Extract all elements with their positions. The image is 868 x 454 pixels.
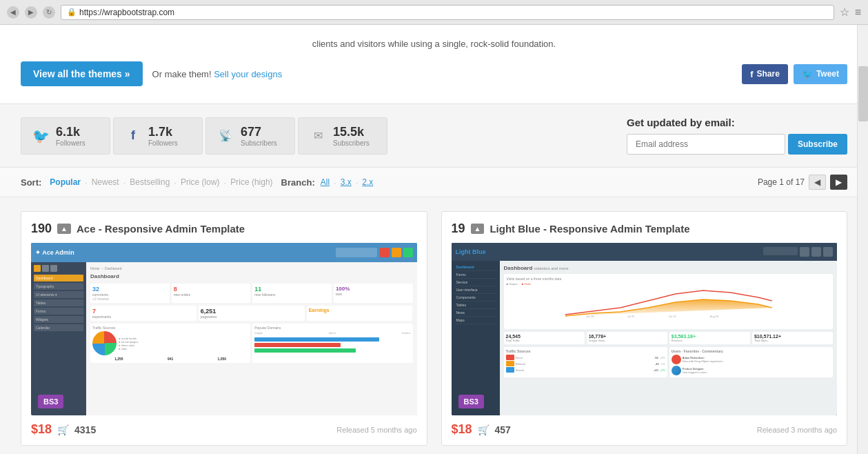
ace-bs3-badge: BS3 bbox=[38, 395, 63, 408]
twitter-followers-count: 6.1k bbox=[56, 125, 85, 139]
sort-left: Sort: Popular · Newest · Bestselling · P… bbox=[21, 177, 373, 188]
branch-section: Branch: All · 3.x · 2.x bbox=[281, 177, 374, 188]
facebook-followers-label: Followers bbox=[148, 139, 178, 147]
branch-2x[interactable]: 2.x bbox=[362, 177, 373, 187]
sort-options: Popular · Newest · Bestselling · Price (… bbox=[50, 177, 272, 188]
ace-price-cart: $18 🛒 4315 bbox=[31, 422, 96, 437]
branch-3x[interactable]: 3.x bbox=[341, 177, 352, 187]
pagination-info: Page 1 of 17 ◀ ▶ bbox=[758, 175, 847, 190]
refresh-button[interactable]: ↻ bbox=[43, 6, 55, 19]
sort-bestselling[interactable]: Bestselling bbox=[130, 177, 170, 187]
ace-screenshot[interactable]: ✦ Ace Admin bbox=[31, 243, 417, 415]
branch-options: All · 3.x · 2.x bbox=[321, 177, 374, 188]
email-signup-title: Get updated by email: bbox=[627, 117, 847, 128]
sort-bar: Sort: Popular · Newest · Bestselling · P… bbox=[0, 167, 868, 197]
email-form: Subscribe bbox=[627, 134, 847, 155]
hero-tagline: clients and visitors while using a singl… bbox=[21, 39, 847, 49]
email-input[interactable] bbox=[627, 134, 785, 155]
lightblue-bs3-badge: BS3 bbox=[458, 395, 484, 408]
product-card-ace: 190 ▲ Ace - Responsive Admin Template ✦ … bbox=[21, 211, 427, 446]
lock-icon: 🔒 bbox=[67, 8, 77, 17]
prev-page-button[interactable]: ◀ bbox=[809, 175, 826, 190]
next-page-button[interactable]: ▶ bbox=[830, 175, 847, 190]
facebook-share-button[interactable]: f Share bbox=[742, 64, 788, 84]
branch-all[interactable]: All bbox=[321, 177, 330, 187]
browser-chrome: ◀ ▶ ↻ 🔒 https://wrapbootstrap.com ☆ ≡ bbox=[0, 0, 868, 25]
lightblue-screenshot[interactable]: Light Blue Dashboard Forms Service Use bbox=[452, 243, 838, 415]
sort-price-low[interactable]: Price (low) bbox=[181, 177, 220, 187]
tweet-label: Tweet bbox=[816, 69, 839, 79]
ace-cart-icon: 🛒 bbox=[57, 424, 69, 435]
svg-text:Jul 05: Jul 05 bbox=[627, 315, 634, 318]
ace-product-footer: $18 🛒 4315 Released 5 months ago bbox=[31, 422, 417, 437]
sort-newest[interactable]: Newest bbox=[92, 177, 119, 187]
ace-topbar: ✦ Ace Admin bbox=[31, 243, 417, 262]
twitter-icon: 🐦 bbox=[802, 69, 813, 79]
twitter-stat: 🐦 6.1k Followers bbox=[21, 117, 110, 155]
sort-price-high[interactable]: Price (high) bbox=[230, 177, 272, 187]
rss-stat: 📡 677 Subscribers bbox=[205, 117, 295, 155]
sell-designs-link[interactable]: Sell your designs bbox=[214, 69, 282, 79]
menu-button[interactable]: ≡ bbox=[855, 6, 861, 19]
facebook-stat: f 1.7k Followers bbox=[113, 117, 203, 155]
ace-price: $18 bbox=[31, 422, 52, 437]
facebook-icon: f bbox=[750, 69, 753, 79]
product-card-lightblue: 19 ▲ Light Blue - Responsive Admin Templ… bbox=[441, 211, 848, 446]
ace-release-date: Released 5 months ago bbox=[336, 426, 416, 434]
product-header-lightblue: 19 ▲ Light Blue - Responsive Admin Templ… bbox=[452, 221, 838, 236]
lightblue-price-cart: $18 🛒 457 bbox=[452, 422, 511, 437]
svg-text:Jul 19: Jul 19 bbox=[668, 315, 676, 318]
stats-bar: 🐦 6.1k Followers f 1.7k Followers 📡 677 … bbox=[0, 104, 868, 167]
email-signup: Get updated by email: Subscribe bbox=[627, 117, 847, 155]
sort-label: Sort: bbox=[21, 177, 41, 188]
twitter-followers-label: Followers bbox=[56, 139, 85, 147]
stats-container: 🐦 6.1k Followers f 1.7k Followers 📡 677 … bbox=[21, 117, 599, 155]
rss-subscribers-label: Subscribers bbox=[241, 139, 277, 147]
email-subscribers-label: Subscribers bbox=[333, 139, 370, 147]
url-text: https://wrapbootstrap.com bbox=[79, 8, 174, 17]
scrollbar[interactable] bbox=[857, 25, 868, 454]
hero-section: clients and visitors while using a singl… bbox=[0, 25, 868, 104]
rss-stat-icon: 📡 bbox=[217, 129, 234, 142]
back-button[interactable]: ◀ bbox=[7, 6, 19, 19]
view-themes-button[interactable]: View all the themes » bbox=[21, 61, 143, 86]
lightblue-price: $18 bbox=[452, 422, 472, 437]
scrollbar-thumb[interactable] bbox=[858, 66, 868, 121]
ace-vote-count: 190 bbox=[31, 221, 52, 236]
email-stat: ✉ 15.5k Subscribers bbox=[298, 117, 387, 155]
address-bar[interactable]: 🔒 https://wrapbootstrap.com bbox=[61, 5, 834, 20]
sort-popular[interactable]: Popular bbox=[50, 177, 81, 187]
product-header-ace: 190 ▲ Ace - Responsive Admin Template bbox=[31, 221, 417, 236]
facebook-followers-count: 1.7k bbox=[148, 125, 178, 139]
make-them-text: Or make them! Sell your designs bbox=[152, 69, 283, 79]
lightblue-product-title: Light Blue - Responsive Admin Template bbox=[489, 223, 689, 235]
facebook-stat-icon: f bbox=[125, 128, 141, 143]
lightblue-product-footer: $18 🛒 457 Released 3 months ago bbox=[452, 422, 838, 437]
rss-subscribers-count: 677 bbox=[241, 125, 277, 139]
view-themes-label: View all the themes » bbox=[33, 68, 130, 79]
email-subscribers-count: 15.5k bbox=[333, 125, 370, 139]
ace-sales-count: 4315 bbox=[74, 424, 96, 435]
lightblue-release-date: Released 3 months ago bbox=[757, 426, 837, 434]
lightblue-cart-icon: 🛒 bbox=[478, 424, 489, 435]
hero-left: View all the themes » Or make them! Sell… bbox=[21, 61, 282, 86]
branch-label: Branch: bbox=[281, 177, 315, 188]
email-stat-icon: ✉ bbox=[310, 129, 326, 142]
bookmark-button[interactable]: ☆ bbox=[840, 6, 849, 19]
share-label: Share bbox=[757, 69, 780, 79]
lightblue-vote-button[interactable]: ▲ bbox=[471, 224, 485, 234]
svg-text:Jun 28: Jun 28 bbox=[585, 315, 594, 318]
forward-button[interactable]: ▶ bbox=[25, 6, 37, 19]
ace-product-title: Ace - Responsive Admin Template bbox=[77, 223, 245, 235]
hero-actions: View all the themes » Or make them! Sell… bbox=[21, 61, 847, 86]
svg-text:Aug 09: Aug 09 bbox=[709, 315, 718, 318]
page-info-text: Page 1 of 17 bbox=[758, 177, 805, 187]
social-buttons: f Share 🐦 Tweet bbox=[742, 64, 847, 84]
product-grid: 190 ▲ Ace - Responsive Admin Template ✦ … bbox=[0, 197, 868, 454]
lightblue-vote-count: 19 bbox=[452, 221, 465, 236]
ace-vote-button[interactable]: ▲ bbox=[57, 224, 71, 234]
lightblue-sales-count: 457 bbox=[495, 424, 511, 435]
subscribe-button[interactable]: Subscribe bbox=[788, 134, 847, 155]
twitter-stat-icon: 🐦 bbox=[32, 128, 49, 144]
twitter-tweet-button[interactable]: 🐦 Tweet bbox=[794, 64, 847, 84]
